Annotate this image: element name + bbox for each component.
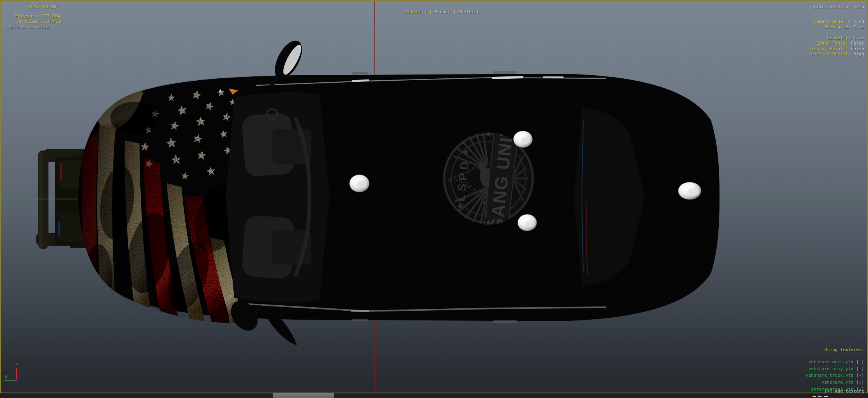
axis-gizmo: x y z [1, 358, 32, 395]
scrollbar-thumb[interactable] [273, 393, 334, 398]
more-information-link[interactable]: [ More information ] [3, 24, 56, 29]
axis-z-dot [16, 379, 17, 381]
model-scene: GANG UNIT LSPD Los Santos Police Departm… [1, 1, 867, 393]
help-link[interactable]: Click here for help [814, 4, 864, 9]
roof-sphere-left [349, 175, 369, 192]
tab-separator: | [453, 9, 456, 14]
roof-sphere-bottom [518, 214, 537, 231]
view-mode-tabs: Geometry | Bounds | Skeleton [390, 4, 480, 19]
windshield-interior [226, 92, 330, 303]
viewport-3d[interactable]: GANG UNIT LSPD Los Santos Police Departm… [0, 0, 868, 393]
tab-skeleton[interactable]: Skeleton [458, 9, 480, 14]
vehicle-model[interactable]: GANG UNIT LSPD Los Santos Police Departm… [1, 36, 720, 345]
lod-label: Level of Detail: [809, 52, 851, 57]
lod-setting[interactable]: Level of Detail:High [793, 47, 864, 62]
show-grid-label: Show grid: [824, 24, 851, 29]
horizontal-scrollbar[interactable] [0, 393, 868, 398]
push-bar-blue-marker [58, 222, 60, 237]
tab-bounds[interactable]: Bounds [435, 9, 450, 14]
roof-sphere-top [513, 131, 533, 148]
clipped-window-fragment [818, 396, 821, 397]
polygon-count: Polygons: 123,884 [15, 14, 60, 19]
show-grid-value: True [851, 24, 864, 29]
fps-counter: FPS: 60.10 [30, 4, 56, 9]
textures-title: Using textures: [825, 347, 864, 352]
axis-y-label: y [5, 374, 7, 379]
app-window: GANG UNIT LSPD Los Santos Police Departm… [0, 0, 868, 398]
hood-flag-livery [76, 74, 250, 329]
trunk-sphere [678, 182, 701, 200]
lod-value: High [851, 52, 864, 57]
push-bar-red-marker [60, 163, 62, 179]
clipped-window-fragment [824, 396, 828, 397]
tab-geometry[interactable]: Geometry [406, 9, 427, 14]
vertex-count: Vertices: 136,428 [16, 19, 61, 24]
axis-z-label: z [18, 373, 21, 379]
axis-x-label: x [16, 361, 18, 367]
clipped-window-fragment [813, 396, 816, 397]
